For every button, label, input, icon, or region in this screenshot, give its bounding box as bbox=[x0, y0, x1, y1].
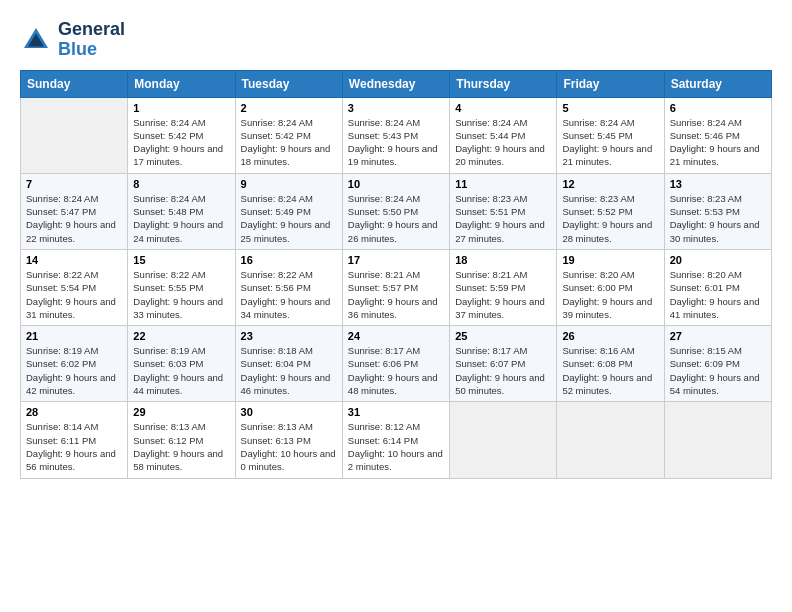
day-number: 3 bbox=[348, 102, 444, 114]
calendar-cell: 16Sunrise: 8:22 AMSunset: 5:56 PMDayligh… bbox=[235, 249, 342, 325]
day-info: Sunrise: 8:19 AMSunset: 6:03 PMDaylight:… bbox=[133, 344, 229, 397]
calendar-cell bbox=[557, 402, 664, 478]
day-number: 30 bbox=[241, 406, 337, 418]
calendar-cell: 5Sunrise: 8:24 AMSunset: 5:45 PMDaylight… bbox=[557, 97, 664, 173]
day-number: 20 bbox=[670, 254, 766, 266]
day-info: Sunrise: 8:13 AMSunset: 6:13 PMDaylight:… bbox=[241, 420, 337, 473]
day-info: Sunrise: 8:23 AMSunset: 5:51 PMDaylight:… bbox=[455, 192, 551, 245]
logo-icon bbox=[20, 24, 52, 56]
calendar-cell: 25Sunrise: 8:17 AMSunset: 6:07 PMDayligh… bbox=[450, 326, 557, 402]
day-info: Sunrise: 8:24 AMSunset: 5:47 PMDaylight:… bbox=[26, 192, 122, 245]
calendar-cell: 6Sunrise: 8:24 AMSunset: 5:46 PMDaylight… bbox=[664, 97, 771, 173]
day-number: 26 bbox=[562, 330, 658, 342]
weekday-header-friday: Friday bbox=[557, 70, 664, 97]
calendar-cell: 13Sunrise: 8:23 AMSunset: 5:53 PMDayligh… bbox=[664, 173, 771, 249]
day-info: Sunrise: 8:19 AMSunset: 6:02 PMDaylight:… bbox=[26, 344, 122, 397]
weekday-header-saturday: Saturday bbox=[664, 70, 771, 97]
day-info: Sunrise: 8:24 AMSunset: 5:45 PMDaylight:… bbox=[562, 116, 658, 169]
day-info: Sunrise: 8:24 AMSunset: 5:44 PMDaylight:… bbox=[455, 116, 551, 169]
logo-text: General Blue bbox=[58, 20, 125, 60]
day-info: Sunrise: 8:24 AMSunset: 5:42 PMDaylight:… bbox=[241, 116, 337, 169]
calendar-cell: 30Sunrise: 8:13 AMSunset: 6:13 PMDayligh… bbox=[235, 402, 342, 478]
calendar-cell: 22Sunrise: 8:19 AMSunset: 6:03 PMDayligh… bbox=[128, 326, 235, 402]
calendar-cell: 12Sunrise: 8:23 AMSunset: 5:52 PMDayligh… bbox=[557, 173, 664, 249]
day-number: 24 bbox=[348, 330, 444, 342]
day-info: Sunrise: 8:20 AMSunset: 6:01 PMDaylight:… bbox=[670, 268, 766, 321]
calendar-cell: 21Sunrise: 8:19 AMSunset: 6:02 PMDayligh… bbox=[21, 326, 128, 402]
calendar-cell bbox=[21, 97, 128, 173]
calendar-cell: 7Sunrise: 8:24 AMSunset: 5:47 PMDaylight… bbox=[21, 173, 128, 249]
day-info: Sunrise: 8:22 AMSunset: 5:55 PMDaylight:… bbox=[133, 268, 229, 321]
day-info: Sunrise: 8:23 AMSunset: 5:52 PMDaylight:… bbox=[562, 192, 658, 245]
day-info: Sunrise: 8:17 AMSunset: 6:07 PMDaylight:… bbox=[455, 344, 551, 397]
calendar-cell bbox=[664, 402, 771, 478]
calendar-cell: 20Sunrise: 8:20 AMSunset: 6:01 PMDayligh… bbox=[664, 249, 771, 325]
page-header: General Blue bbox=[20, 20, 772, 60]
day-number: 23 bbox=[241, 330, 337, 342]
calendar-cell: 24Sunrise: 8:17 AMSunset: 6:06 PMDayligh… bbox=[342, 326, 449, 402]
day-info: Sunrise: 8:24 AMSunset: 5:49 PMDaylight:… bbox=[241, 192, 337, 245]
weekday-header-sunday: Sunday bbox=[21, 70, 128, 97]
day-info: Sunrise: 8:21 AMSunset: 5:59 PMDaylight:… bbox=[455, 268, 551, 321]
day-number: 6 bbox=[670, 102, 766, 114]
day-number: 15 bbox=[133, 254, 229, 266]
weekday-header-wednesday: Wednesday bbox=[342, 70, 449, 97]
day-number: 25 bbox=[455, 330, 551, 342]
day-info: Sunrise: 8:24 AMSunset: 5:48 PMDaylight:… bbox=[133, 192, 229, 245]
calendar-cell: 9Sunrise: 8:24 AMSunset: 5:49 PMDaylight… bbox=[235, 173, 342, 249]
day-number: 31 bbox=[348, 406, 444, 418]
weekday-header-tuesday: Tuesday bbox=[235, 70, 342, 97]
day-info: Sunrise: 8:24 AMSunset: 5:50 PMDaylight:… bbox=[348, 192, 444, 245]
calendar-cell: 23Sunrise: 8:18 AMSunset: 6:04 PMDayligh… bbox=[235, 326, 342, 402]
day-number: 11 bbox=[455, 178, 551, 190]
calendar-table: SundayMondayTuesdayWednesdayThursdayFrid… bbox=[20, 70, 772, 479]
day-number: 16 bbox=[241, 254, 337, 266]
calendar-cell: 4Sunrise: 8:24 AMSunset: 5:44 PMDaylight… bbox=[450, 97, 557, 173]
day-number: 28 bbox=[26, 406, 122, 418]
day-info: Sunrise: 8:24 AMSunset: 5:42 PMDaylight:… bbox=[133, 116, 229, 169]
day-number: 19 bbox=[562, 254, 658, 266]
weekday-header-monday: Monday bbox=[128, 70, 235, 97]
calendar-cell: 1Sunrise: 8:24 AMSunset: 5:42 PMDaylight… bbox=[128, 97, 235, 173]
calendar-cell: 17Sunrise: 8:21 AMSunset: 5:57 PMDayligh… bbox=[342, 249, 449, 325]
calendar-cell: 19Sunrise: 8:20 AMSunset: 6:00 PMDayligh… bbox=[557, 249, 664, 325]
day-info: Sunrise: 8:24 AMSunset: 5:46 PMDaylight:… bbox=[670, 116, 766, 169]
calendar-cell: 26Sunrise: 8:16 AMSunset: 6:08 PMDayligh… bbox=[557, 326, 664, 402]
day-info: Sunrise: 8:16 AMSunset: 6:08 PMDaylight:… bbox=[562, 344, 658, 397]
day-number: 10 bbox=[348, 178, 444, 190]
calendar-cell: 3Sunrise: 8:24 AMSunset: 5:43 PMDaylight… bbox=[342, 97, 449, 173]
calendar-cell: 14Sunrise: 8:22 AMSunset: 5:54 PMDayligh… bbox=[21, 249, 128, 325]
day-number: 1 bbox=[133, 102, 229, 114]
day-number: 22 bbox=[133, 330, 229, 342]
calendar-cell: 2Sunrise: 8:24 AMSunset: 5:42 PMDaylight… bbox=[235, 97, 342, 173]
day-number: 27 bbox=[670, 330, 766, 342]
logo: General Blue bbox=[20, 20, 125, 60]
calendar-cell: 27Sunrise: 8:15 AMSunset: 6:09 PMDayligh… bbox=[664, 326, 771, 402]
day-number: 14 bbox=[26, 254, 122, 266]
calendar-cell: 28Sunrise: 8:14 AMSunset: 6:11 PMDayligh… bbox=[21, 402, 128, 478]
day-number: 12 bbox=[562, 178, 658, 190]
calendar-cell: 15Sunrise: 8:22 AMSunset: 5:55 PMDayligh… bbox=[128, 249, 235, 325]
day-info: Sunrise: 8:21 AMSunset: 5:57 PMDaylight:… bbox=[348, 268, 444, 321]
day-info: Sunrise: 8:22 AMSunset: 5:56 PMDaylight:… bbox=[241, 268, 337, 321]
day-info: Sunrise: 8:15 AMSunset: 6:09 PMDaylight:… bbox=[670, 344, 766, 397]
day-info: Sunrise: 8:18 AMSunset: 6:04 PMDaylight:… bbox=[241, 344, 337, 397]
day-number: 5 bbox=[562, 102, 658, 114]
day-number: 17 bbox=[348, 254, 444, 266]
calendar-cell bbox=[450, 402, 557, 478]
calendar-cell: 31Sunrise: 8:12 AMSunset: 6:14 PMDayligh… bbox=[342, 402, 449, 478]
day-number: 18 bbox=[455, 254, 551, 266]
day-number: 7 bbox=[26, 178, 122, 190]
calendar-cell: 29Sunrise: 8:13 AMSunset: 6:12 PMDayligh… bbox=[128, 402, 235, 478]
day-number: 29 bbox=[133, 406, 229, 418]
day-info: Sunrise: 8:12 AMSunset: 6:14 PMDaylight:… bbox=[348, 420, 444, 473]
day-number: 21 bbox=[26, 330, 122, 342]
day-number: 13 bbox=[670, 178, 766, 190]
day-info: Sunrise: 8:13 AMSunset: 6:12 PMDaylight:… bbox=[133, 420, 229, 473]
calendar-header: SundayMondayTuesdayWednesdayThursdayFrid… bbox=[21, 70, 772, 97]
day-number: 4 bbox=[455, 102, 551, 114]
calendar-cell: 10Sunrise: 8:24 AMSunset: 5:50 PMDayligh… bbox=[342, 173, 449, 249]
day-info: Sunrise: 8:17 AMSunset: 6:06 PMDaylight:… bbox=[348, 344, 444, 397]
calendar-cell: 8Sunrise: 8:24 AMSunset: 5:48 PMDaylight… bbox=[128, 173, 235, 249]
day-info: Sunrise: 8:24 AMSunset: 5:43 PMDaylight:… bbox=[348, 116, 444, 169]
